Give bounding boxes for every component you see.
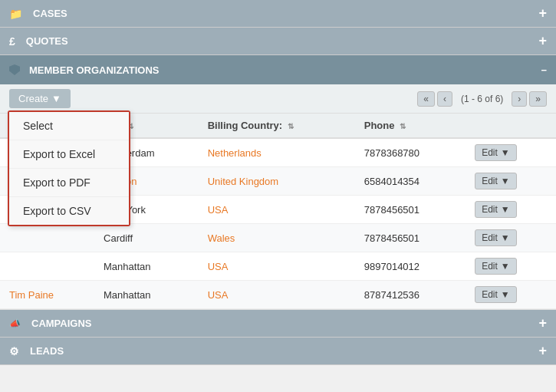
member-org-collapse-icon[interactable]: − — [541, 64, 547, 76]
campaign-icon: 📣 — [9, 318, 21, 329]
page-info: (1 - 6 of 6) — [455, 92, 509, 106]
cell-actions: Edit ▼ — [466, 167, 556, 196]
col-billing-country[interactable]: Billing Country: ⇅ — [199, 114, 355, 138]
cell-billing-country: USA — [199, 196, 355, 224]
edit-button[interactable]: Edit ▼ — [475, 258, 517, 275]
country-text: USA — [208, 261, 229, 272]
cell-name — [0, 224, 94, 252]
dropdown-item-export-excel[interactable]: Export to Excel — [9, 140, 129, 169]
cell-billing-country: Netherlands — [199, 138, 355, 167]
edit-arrow: ▼ — [501, 147, 510, 158]
create-dropdown-menu: Select Export to Excel Export to PDF Exp… — [8, 110, 130, 226]
leads-gear-icon: ⚙ — [9, 345, 19, 357]
edit-arrow: ▼ — [501, 176, 510, 186]
pound-icon: £ — [9, 35, 15, 48]
cell-actions: Edit ▼ — [466, 196, 556, 224]
country-text: Netherlands — [208, 147, 262, 159]
member-org-header[interactable]: MEMBER ORGANIZATIONS − — [0, 55, 556, 84]
dropdown-item-export-csv[interactable]: Export to CSV — [9, 197, 129, 225]
pagination: « ‹ (1 - 6 of 6) › » — [417, 91, 547, 107]
next-page-button[interactable]: › — [512, 91, 527, 107]
leads-section-bar[interactable]: ⚙ LEADS + — [0, 338, 556, 365]
cases-expand-icon[interactable]: + — [538, 5, 547, 21]
cell-billing-country: USA — [199, 281, 355, 309]
prev-page-button[interactable]: ‹ — [437, 91, 452, 107]
cell-billing-country: Wales — [199, 224, 355, 252]
quotes-section-bar[interactable]: £ QUOTES + — [0, 28, 556, 55]
folder-icon: 📁 — [9, 8, 22, 20]
last-page-button[interactable]: » — [529, 91, 547, 107]
edit-arrow: ▼ — [501, 261, 510, 272]
quotes-bar-left: £ QUOTES — [9, 35, 68, 48]
edit-button[interactable]: Edit ▼ — [475, 229, 517, 246]
country-text: USA — [208, 289, 229, 301]
edit-arrow: ▼ — [501, 289, 510, 300]
edit-label: Edit — [482, 204, 498, 215]
edit-label: Edit — [482, 289, 498, 300]
cell-billing-country: USA — [199, 252, 355, 281]
table-row: ManhattanUSA9897014012Edit ▼ — [0, 252, 556, 281]
edit-arrow: ▼ — [501, 232, 510, 243]
first-page-button[interactable]: « — [417, 91, 435, 107]
cell-city: Manhattan — [94, 252, 199, 281]
edit-label: Edit — [482, 232, 498, 243]
edit-label: Edit — [482, 147, 498, 158]
cell-phone: 9897014012 — [355, 252, 466, 281]
campaigns-bar-left: 📣 CAMPAIGNS — [9, 318, 91, 329]
table-toolbar: Create ▼ Select Export to Excel Export t… — [0, 84, 556, 114]
campaigns-expand-icon[interactable]: + — [538, 315, 547, 331]
phone-sort-icon: ⇅ — [400, 122, 406, 130]
edit-button[interactable]: Edit ▼ — [475, 286, 517, 303]
cell-phone: 7878456501 — [355, 196, 466, 224]
name-link[interactable]: Tim Paine — [9, 289, 54, 301]
edit-label: Edit — [482, 261, 498, 272]
quotes-expand-icon[interactable]: + — [538, 33, 547, 49]
cases-section-bar[interactable]: 📁 CASES + — [0, 0, 556, 28]
member-organizations-section: MEMBER ORGANIZATIONS − Create ▼ Select E… — [0, 55, 556, 310]
cell-name: Tim Paine — [0, 281, 94, 309]
country-link[interactable]: United Kingdom — [208, 176, 279, 187]
col-billing-country-label: Billing Country: — [208, 120, 283, 131]
dropdown-item-select[interactable]: Select — [9, 112, 129, 140]
cell-phone: 7878368780 — [355, 138, 466, 167]
table-row: CardiffWales7878456501Edit ▼ — [0, 224, 556, 252]
leads-expand-icon[interactable]: + — [538, 343, 547, 359]
table-row: Tim PaineManhattanUSA8787412536Edit ▼ — [0, 281, 556, 309]
cases-label: CASES — [33, 8, 67, 19]
leads-label: LEADS — [30, 345, 64, 357]
quotes-label: QUOTES — [26, 35, 68, 47]
cell-name — [0, 252, 94, 281]
member-org-label: MEMBER ORGANIZATIONS — [29, 64, 159, 76]
cell-actions: Edit ▼ — [466, 138, 556, 167]
create-dropdown-arrow: ▼ — [51, 93, 61, 104]
create-button[interactable]: Create ▼ — [9, 89, 71, 108]
edit-label: Edit — [482, 176, 498, 186]
cell-phone: 8787412536 — [355, 281, 466, 309]
create-label: Create — [18, 93, 48, 104]
campaigns-label: CAMPAIGNS — [31, 318, 91, 329]
col-phone-label: Phone — [364, 120, 395, 131]
edit-button[interactable]: Edit ▼ — [475, 201, 517, 218]
cell-actions: Edit ▼ — [466, 281, 556, 309]
edit-arrow: ▼ — [501, 204, 510, 215]
country-text: Wales — [208, 232, 235, 244]
dropdown-item-export-pdf[interactable]: Export to PDF — [9, 169, 129, 197]
shield-icon — [9, 64, 20, 75]
country-text: USA — [208, 204, 229, 216]
cell-phone: 7878456501 — [355, 224, 466, 252]
edit-button[interactable]: Edit ▼ — [475, 173, 517, 189]
cell-actions: Edit ▼ — [466, 252, 556, 281]
member-org-header-left: MEMBER ORGANIZATIONS — [9, 64, 159, 76]
cell-city: Manhattan — [94, 281, 199, 309]
campaigns-section-bar[interactable]: 📣 CAMPAIGNS + — [0, 310, 556, 338]
col-actions — [466, 114, 556, 138]
cell-city: Cardiff — [94, 224, 199, 252]
cell-phone: 6584014354 — [355, 167, 466, 196]
leads-bar-left: ⚙ LEADS — [9, 345, 64, 357]
edit-button[interactable]: Edit ▼ — [475, 144, 517, 161]
cell-billing-country: United Kingdom — [199, 167, 355, 196]
billing-country-sort-icon: ⇅ — [288, 122, 294, 130]
col-phone[interactable]: Phone ⇅ — [355, 114, 466, 138]
cases-bar-left: 📁 CASES — [9, 8, 67, 20]
cell-actions: Edit ▼ — [466, 224, 556, 252]
